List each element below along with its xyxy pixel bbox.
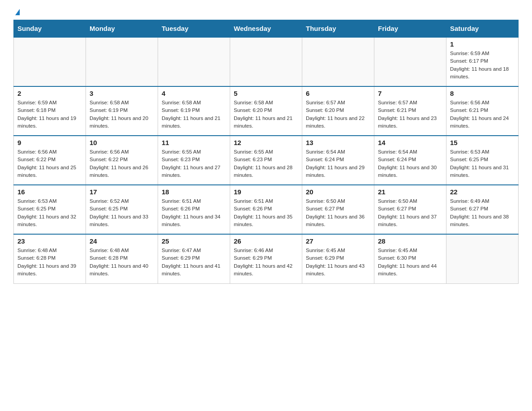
day-info: Sunrise: 6:58 AMSunset: 6:19 PMDaylight:… (90, 99, 154, 130)
day-info: Sunrise: 6:58 AMSunset: 6:19 PMDaylight:… (162, 99, 226, 130)
calendar-table: SundayMondayTuesdayWednesdayThursdayFrid… (13, 20, 519, 284)
calendar-cell: 2Sunrise: 6:59 AMSunset: 6:18 PMDaylight… (14, 86, 86, 136)
day-number: 19 (234, 188, 298, 196)
calendar-cell: 9Sunrise: 6:56 AMSunset: 6:22 PMDaylight… (14, 136, 86, 185)
calendar-cell (86, 37, 158, 86)
calendar-cell: 10Sunrise: 6:56 AMSunset: 6:22 PMDayligh… (86, 136, 158, 185)
day-number: 15 (450, 139, 515, 146)
day-info: Sunrise: 6:47 AMSunset: 6:29 PMDaylight:… (162, 247, 226, 278)
calendar-cell: 7Sunrise: 6:57 AMSunset: 6:21 PMDaylight… (374, 86, 446, 136)
calendar-cell: 5Sunrise: 6:58 AMSunset: 6:20 PMDaylight… (230, 86, 302, 136)
day-number: 11 (162, 139, 226, 146)
calendar-cell: 21Sunrise: 6:50 AMSunset: 6:27 PMDayligh… (374, 185, 446, 234)
calendar-cell: 4Sunrise: 6:58 AMSunset: 6:19 PMDaylight… (158, 86, 230, 136)
day-info: Sunrise: 6:48 AMSunset: 6:28 PMDaylight:… (90, 247, 154, 278)
day-info: Sunrise: 6:57 AMSunset: 6:21 PMDaylight:… (378, 99, 442, 130)
day-number: 21 (378, 188, 442, 196)
calendar-cell (374, 37, 446, 86)
day-number: 17 (90, 188, 154, 196)
day-info: Sunrise: 6:50 AMSunset: 6:27 PMDaylight:… (306, 197, 370, 228)
day-info: Sunrise: 6:55 AMSunset: 6:23 PMDaylight:… (162, 148, 226, 179)
column-header-sunday: Sunday (14, 20, 86, 38)
day-info: Sunrise: 6:48 AMSunset: 6:28 PMDaylight:… (17, 247, 82, 278)
calendar-cell: 11Sunrise: 6:55 AMSunset: 6:23 PMDayligh… (158, 136, 230, 185)
calendar-cell: 22Sunrise: 6:49 AMSunset: 6:27 PMDayligh… (446, 185, 519, 234)
calendar-cell: 26Sunrise: 6:46 AMSunset: 6:29 PMDayligh… (230, 234, 302, 283)
calendar-cell (446, 234, 519, 283)
calendar-cell: 23Sunrise: 6:48 AMSunset: 6:28 PMDayligh… (14, 234, 86, 283)
day-number: 20 (306, 188, 370, 196)
day-number: 2 (17, 90, 82, 97)
day-number: 3 (90, 90, 154, 97)
column-header-wednesday: Wednesday (230, 20, 302, 38)
calendar-cell: 25Sunrise: 6:47 AMSunset: 6:29 PMDayligh… (158, 234, 230, 283)
calendar-cell: 6Sunrise: 6:57 AMSunset: 6:20 PMDaylight… (302, 86, 374, 136)
day-info: Sunrise: 6:53 AMSunset: 6:25 PMDaylight:… (450, 148, 515, 179)
calendar-week-row: 16Sunrise: 6:53 AMSunset: 6:25 PMDayligh… (14, 185, 519, 234)
day-info: Sunrise: 6:49 AMSunset: 6:27 PMDaylight:… (450, 197, 515, 228)
day-info: Sunrise: 6:55 AMSunset: 6:23 PMDaylight:… (234, 148, 298, 179)
day-number: 14 (378, 139, 442, 146)
day-info: Sunrise: 6:56 AMSunset: 6:22 PMDaylight:… (17, 148, 82, 179)
day-info: Sunrise: 6:56 AMSunset: 6:22 PMDaylight:… (90, 148, 154, 179)
day-info: Sunrise: 6:53 AMSunset: 6:25 PMDaylight:… (17, 197, 82, 228)
day-number: 22 (450, 188, 515, 196)
day-info: Sunrise: 6:45 AMSunset: 6:30 PMDaylight:… (378, 247, 442, 278)
calendar-week-row: 9Sunrise: 6:56 AMSunset: 6:22 PMDaylight… (14, 136, 519, 185)
day-info: Sunrise: 6:59 AMSunset: 6:18 PMDaylight:… (17, 99, 82, 130)
column-header-thursday: Thursday (302, 20, 374, 38)
day-number: 13 (306, 139, 370, 146)
day-number: 26 (234, 237, 298, 245)
calendar-cell: 14Sunrise: 6:54 AMSunset: 6:24 PMDayligh… (374, 136, 446, 185)
calendar-week-row: 1Sunrise: 6:59 AMSunset: 6:17 PMDaylight… (14, 37, 519, 86)
day-info: Sunrise: 6:59 AMSunset: 6:17 PMDaylight:… (450, 50, 515, 81)
day-number: 8 (450, 90, 515, 97)
calendar-cell: 19Sunrise: 6:51 AMSunset: 6:26 PMDayligh… (230, 185, 302, 234)
day-info: Sunrise: 6:45 AMSunset: 6:29 PMDaylight:… (306, 247, 370, 278)
calendar-cell (158, 37, 230, 86)
calendar-cell: 15Sunrise: 6:53 AMSunset: 6:25 PMDayligh… (446, 136, 519, 185)
calendar-cell: 16Sunrise: 6:53 AMSunset: 6:25 PMDayligh… (14, 185, 86, 234)
day-info: Sunrise: 6:52 AMSunset: 6:25 PMDaylight:… (90, 197, 154, 228)
day-info: Sunrise: 6:51 AMSunset: 6:26 PMDaylight:… (162, 197, 226, 228)
day-number: 10 (90, 139, 154, 146)
calendar-cell: 20Sunrise: 6:50 AMSunset: 6:27 PMDayligh… (302, 185, 374, 234)
calendar-cell (302, 37, 374, 86)
calendar-cell: 27Sunrise: 6:45 AMSunset: 6:29 PMDayligh… (302, 234, 374, 283)
day-number: 28 (378, 237, 442, 245)
day-number: 16 (17, 188, 82, 196)
calendar-cell: 3Sunrise: 6:58 AMSunset: 6:19 PMDaylight… (86, 86, 158, 136)
day-info: Sunrise: 6:46 AMSunset: 6:29 PMDaylight:… (234, 247, 298, 278)
calendar-cell: 1Sunrise: 6:59 AMSunset: 6:17 PMDaylight… (446, 37, 519, 86)
day-number: 24 (90, 237, 154, 245)
calendar-cell: 17Sunrise: 6:52 AMSunset: 6:25 PMDayligh… (86, 185, 158, 234)
day-number: 9 (17, 139, 82, 146)
logo (13, 9, 20, 15)
calendar-header-row: SundayMondayTuesdayWednesdayThursdayFrid… (14, 20, 519, 38)
day-number: 4 (162, 90, 226, 97)
day-number: 5 (234, 90, 298, 97)
day-info: Sunrise: 6:54 AMSunset: 6:24 PMDaylight:… (306, 148, 370, 179)
day-number: 23 (17, 237, 82, 245)
day-info: Sunrise: 6:57 AMSunset: 6:20 PMDaylight:… (306, 99, 370, 130)
calendar-cell: 13Sunrise: 6:54 AMSunset: 6:24 PMDayligh… (302, 136, 374, 185)
calendar-cell (230, 37, 302, 86)
column-header-friday: Friday (374, 20, 446, 38)
calendar-cell: 8Sunrise: 6:56 AMSunset: 6:21 PMDaylight… (446, 86, 519, 136)
calendar-cell: 18Sunrise: 6:51 AMSunset: 6:26 PMDayligh… (158, 185, 230, 234)
column-header-tuesday: Tuesday (158, 20, 230, 38)
calendar-week-row: 2Sunrise: 6:59 AMSunset: 6:18 PMDaylight… (14, 86, 519, 136)
calendar-cell: 28Sunrise: 6:45 AMSunset: 6:30 PMDayligh… (374, 234, 446, 283)
day-info: Sunrise: 6:56 AMSunset: 6:21 PMDaylight:… (450, 99, 515, 130)
day-number: 27 (306, 237, 370, 245)
day-info: Sunrise: 6:54 AMSunset: 6:24 PMDaylight:… (378, 148, 442, 179)
column-header-monday: Monday (86, 20, 158, 38)
day-number: 7 (378, 90, 442, 97)
day-info: Sunrise: 6:58 AMSunset: 6:20 PMDaylight:… (234, 99, 298, 130)
day-number: 25 (162, 237, 226, 245)
day-info: Sunrise: 6:51 AMSunset: 6:26 PMDaylight:… (234, 197, 298, 228)
calendar-week-row: 23Sunrise: 6:48 AMSunset: 6:28 PMDayligh… (14, 234, 519, 283)
day-number: 18 (162, 188, 226, 196)
page-header (13, 9, 519, 15)
logo-triangle-icon (15, 9, 20, 15)
